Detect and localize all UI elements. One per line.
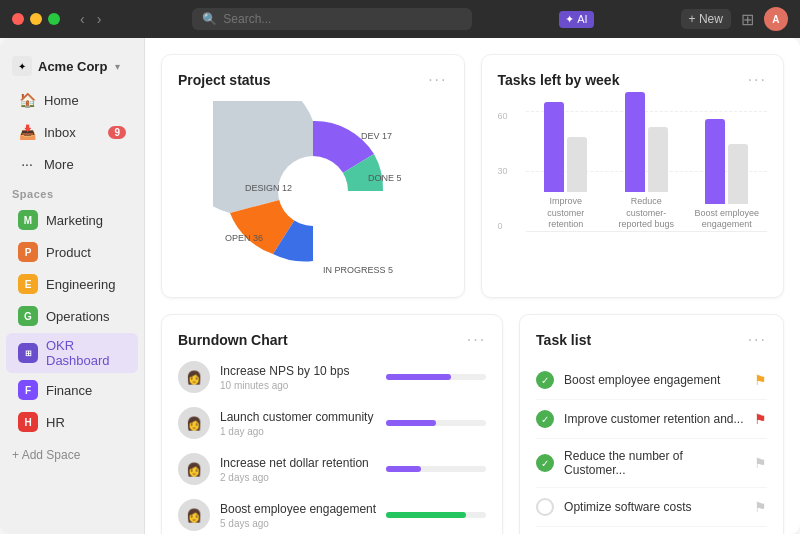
burndown-time-1: 10 minutes ago (220, 380, 376, 391)
sidebar-item-hr[interactable]: H HR (6, 407, 138, 437)
bar-1-label: Improve customer retention (531, 196, 601, 231)
space-label: Operations (46, 309, 110, 324)
inprogress-label: IN PROGRESS 5 (323, 265, 393, 275)
project-status-card: Project status ··· (161, 54, 465, 298)
chevron-down-icon: ▾ (115, 61, 120, 72)
sidebar-item-more[interactable]: ··· More (6, 149, 138, 179)
burndown-item-3: 👩 Increase net dollar retention 2 days a… (178, 453, 486, 485)
sidebar-item-marketing[interactable]: M Marketing (6, 205, 138, 235)
task-name-4: Optimize software costs (564, 500, 744, 514)
add-space-button[interactable]: + Add Space (0, 442, 144, 468)
space-dot-product: P (18, 242, 38, 262)
avatar-3: 👩 (178, 453, 210, 485)
inbox-badge: 9 (108, 126, 126, 139)
burndown-more[interactable]: ··· (467, 331, 486, 349)
task-list: ✓ Boost employee engagement ⚑ ✓ Improve … (536, 361, 767, 534)
burndown-time-2: 1 day ago (220, 426, 376, 437)
space-label: Engineering (46, 277, 115, 292)
ai-badge[interactable]: ✦ AI (559, 11, 593, 28)
card-header: Project status ··· (178, 71, 448, 89)
space-dot-marketing: M (18, 210, 38, 230)
progress-container-2 (386, 420, 486, 426)
main-content: Project status ··· (145, 38, 800, 534)
task-name-2: Improve customer retention and... (564, 412, 744, 426)
window-controls (12, 13, 60, 25)
space-dot-engineering: E (18, 274, 38, 294)
burndown-info-1: Increase NPS by 10 bps 10 minutes ago (220, 364, 376, 391)
content-grid: Project status ··· (145, 38, 800, 534)
sidebar-item-inbox[interactable]: 📥 Inbox 9 (6, 117, 138, 147)
task-check-2: ✓ (536, 410, 554, 428)
sidebar-item-home[interactable]: 🏠 Home (6, 85, 138, 115)
search-bar[interactable]: 🔍 (192, 8, 472, 30)
task-item-4[interactable]: Optimize software costs ⚑ (536, 488, 767, 527)
grid-icon[interactable]: ⊞ (741, 10, 754, 29)
avatar[interactable]: A (764, 7, 788, 31)
burndown-name-2: Launch customer community (220, 410, 376, 424)
bar-1-purple (544, 102, 564, 192)
burndown-card: Burndown Chart ··· 👩 Increase NPS by 10 … (161, 314, 503, 534)
card-header: Task list ··· (536, 331, 767, 349)
workspace-selector[interactable]: ✦ Acme Corp ▾ (0, 48, 144, 84)
sidebar-item-engineering[interactable]: E Engineering (6, 269, 138, 299)
task-list-more[interactable]: ··· (748, 331, 767, 349)
sidebar-item-finance[interactable]: F Finance (6, 375, 138, 405)
burndown-info-4: Boost employee engagement 5 days ago (220, 502, 376, 529)
burndown-time-4: 5 days ago (220, 518, 376, 529)
minimize-button[interactable] (30, 13, 42, 25)
bar-3-label: Boost employee engagement (692, 208, 762, 231)
task-name-1: Boost employee engagement (564, 373, 744, 387)
avatar-2: 👩 (178, 407, 210, 439)
flag-icon-1: ⚑ (754, 372, 767, 388)
sidebar-item-product[interactable]: P Product (6, 237, 138, 267)
burndown-item-1: 👩 Increase NPS by 10 bps 10 minutes ago (178, 361, 486, 393)
sidebar-item-label: Home (44, 93, 79, 108)
bar-1-gray (567, 137, 587, 192)
forward-button[interactable]: › (93, 9, 106, 29)
ai-icon: ✦ (565, 13, 574, 26)
close-button[interactable] (12, 13, 24, 25)
space-label: OKR Dashboard (46, 338, 126, 368)
spaces-section-label: Spaces (0, 180, 144, 204)
back-button[interactable]: ‹ (76, 9, 89, 29)
inbox-icon: 📥 (18, 123, 36, 141)
space-dot-okr: ⊞ (18, 343, 38, 363)
space-label: Finance (46, 383, 92, 398)
sidebar-item-okr[interactable]: ⊞ OKR Dashboard (6, 333, 138, 373)
workspace-name: Acme Corp (38, 59, 107, 74)
progress-container-4 (386, 512, 486, 518)
task-item-2[interactable]: ✓ Improve customer retention and... ⚑ (536, 400, 767, 439)
new-button[interactable]: + New (681, 9, 731, 29)
burndown-info-2: Launch customer community 1 day ago (220, 410, 376, 437)
tasks-week-more[interactable]: ··· (748, 71, 767, 89)
project-status-more[interactable]: ··· (428, 71, 447, 89)
flag-icon-4: ⚑ (754, 499, 767, 515)
task-check-3: ✓ (536, 454, 554, 472)
task-item-3[interactable]: ✓ Reduce the number of Customer... ⚑ (536, 439, 767, 488)
avatar-1: 👩 (178, 361, 210, 393)
y-label-60: 60 (498, 111, 508, 121)
burndown-name-1: Increase NPS by 10 bps (220, 364, 376, 378)
add-space-label: + Add Space (12, 448, 80, 462)
sidebar-item-operations[interactable]: G Operations (6, 301, 138, 331)
bar-2-gray (648, 127, 668, 192)
maximize-button[interactable] (48, 13, 60, 25)
design-label: DESIGN 12 (245, 183, 292, 193)
task-item-1[interactable]: ✓ Boost employee engagement ⚑ (536, 361, 767, 400)
search-input[interactable] (223, 12, 462, 26)
avatar-4: 👩 (178, 499, 210, 531)
done-label: DONE 5 (368, 173, 402, 183)
burndown-item-4: 👩 Boost employee engagement 5 days ago (178, 499, 486, 531)
task-item-5[interactable]: Number of high-priority bugs reported ⚑ (536, 527, 767, 534)
task-list-card: Task list ··· ✓ Boost employee engagemen… (519, 314, 784, 534)
sidebar-item-label: More (44, 157, 74, 172)
progress-container-1 (386, 374, 486, 380)
burndown-item-2: 👩 Launch customer community 1 day ago (178, 407, 486, 439)
space-label: HR (46, 415, 65, 430)
progress-bar-2 (386, 420, 436, 426)
more-icon: ··· (18, 155, 36, 173)
space-dot-finance: F (18, 380, 38, 400)
space-label: Marketing (46, 213, 103, 228)
progress-bar-4 (386, 512, 466, 518)
burndown-time-3: 2 days ago (220, 472, 376, 483)
